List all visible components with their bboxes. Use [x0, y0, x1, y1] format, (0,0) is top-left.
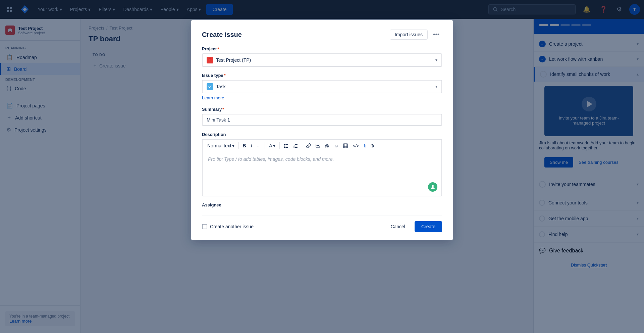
rte-toolbar: Normal text ▾ B I ··· A	[203, 140, 441, 152]
dialog-create-button[interactable]: Create	[415, 221, 442, 232]
dialog-footer: Create another issue Cancel Create	[202, 216, 442, 232]
rte-placeholder: Pro tip: Type / to add tables, images, c…	[208, 156, 334, 162]
issue-type-label: Issue type*	[202, 73, 442, 78]
dialog-overlay[interactable]: Create issue Import issues ••• Project* …	[0, 0, 644, 333]
dialog-header: Create issue Import issues •••	[202, 30, 442, 40]
svg-rect-17	[295, 147, 298, 148]
rte-more-formatting[interactable]: ···	[255, 142, 263, 150]
dialog-title: Create issue	[202, 31, 242, 39]
rte-link[interactable]	[304, 142, 313, 149]
description-field-group: Description Normal text ▾ B I ···	[202, 132, 442, 196]
rte-divider-3	[279, 142, 280, 149]
project-select[interactable]: T Test Project (TP) ▾	[202, 53, 442, 67]
assignee-field-group: Assignee	[202, 202, 442, 207]
cancel-button[interactable]: Cancel	[385, 221, 411, 232]
chevron-down-icon: ▾	[435, 58, 437, 62]
project-badge: T	[207, 57, 213, 63]
rte-bullet-list[interactable]	[282, 142, 290, 149]
summary-label: Summary*	[202, 107, 442, 112]
create-another-wrapper[interactable]: Create another issue	[202, 224, 254, 229]
more-options-button[interactable]: •••	[430, 30, 442, 40]
rte-image[interactable]	[314, 142, 322, 149]
task-icon	[207, 83, 213, 90]
learn-more-link[interactable]: Learn more	[202, 95, 224, 100]
svg-rect-13	[295, 144, 298, 145]
rte-numbered-list[interactable]: 1. 2. 3.	[291, 142, 300, 149]
svg-rect-9	[285, 146, 288, 146]
description-label: Description	[202, 132, 442, 137]
svg-rect-7	[285, 144, 288, 145]
rte-more[interactable]: ⊕	[368, 142, 376, 150]
rte-italic[interactable]: I	[249, 142, 254, 150]
rte-mention[interactable]: @	[323, 142, 331, 150]
rte-text-color[interactable]: A ▾	[267, 142, 277, 150]
description-editor[interactable]: Normal text ▾ B I ··· A	[202, 139, 442, 196]
rte-user-avatar	[428, 182, 437, 192]
rte-normal-text[interactable]: Normal text ▾	[205, 142, 236, 150]
summary-field-group: Summary*	[202, 107, 442, 126]
dialog-header-actions: Import issues •••	[390, 30, 442, 40]
project-label: Project*	[202, 46, 442, 51]
rte-divider-1	[238, 142, 239, 149]
svg-point-10	[284, 147, 285, 148]
rte-divider-2	[265, 142, 265, 149]
issue-type-chevron: ▾	[435, 84, 437, 89]
svg-rect-20	[343, 144, 347, 148]
import-issues-button[interactable]: Import issues	[390, 30, 428, 40]
create-issue-dialog: Create issue Import issues ••• Project* …	[191, 20, 453, 240]
svg-point-25	[432, 185, 434, 187]
rte-divider-4	[302, 142, 302, 149]
svg-rect-11	[285, 147, 288, 148]
svg-text:3.: 3.	[293, 146, 295, 148]
rte-code[interactable]: </>	[351, 142, 361, 149]
issue-type-field-group: Issue type* Task ▾ Learn more	[202, 73, 442, 101]
summary-input[interactable]	[202, 114, 442, 126]
svg-point-6	[284, 144, 285, 145]
assignee-label: Assignee	[202, 202, 442, 207]
create-another-checkbox[interactable]	[202, 224, 207, 229]
project-field-group: Project* T Test Project (TP) ▾	[202, 46, 442, 67]
rte-table[interactable]	[341, 142, 350, 149]
svg-point-8	[284, 146, 285, 147]
rte-info[interactable]: ℹ	[362, 142, 368, 150]
rte-body[interactable]: Pro tip: Type / to add tables, images, c…	[203, 152, 441, 196]
svg-rect-15	[295, 146, 298, 146]
rte-bold[interactable]: B	[241, 142, 248, 150]
rte-emoji[interactable]: ☺	[332, 142, 340, 150]
issue-type-select[interactable]: Task ▾	[202, 80, 442, 93]
